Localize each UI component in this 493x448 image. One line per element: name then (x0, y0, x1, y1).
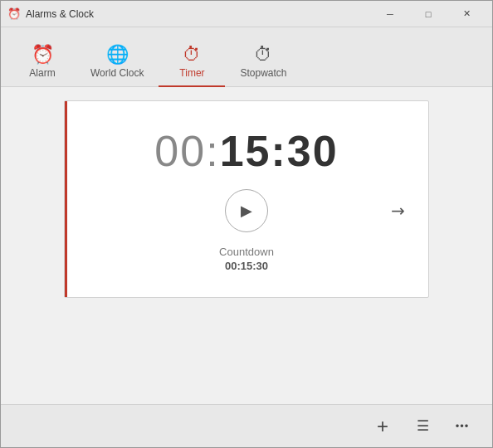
footer: + ☰ ••• (1, 404, 492, 447)
worldclock-icon: 🌐 (106, 46, 129, 64)
nav-tabs: ⏰ Alarm 🌐 World Clock ⏱ Timer ⏱ Stopwatc… (1, 27, 492, 87)
timer-minutes-seconds: 15:30 (220, 126, 339, 176)
app-icon: ⏰ (7, 7, 21, 21)
left-accent (65, 101, 67, 297)
timer-icon: ⏱ (183, 46, 201, 64)
maximize-button[interactable]: □ (409, 1, 447, 27)
timer-display: 00 : 15:30 (154, 126, 338, 176)
tab-alarm[interactable]: ⏰ Alarm (9, 39, 76, 87)
add-button[interactable]: + (366, 410, 399, 443)
titlebar: ⏰ Alarms & Clock ─ □ ✕ (1, 1, 492, 27)
tab-worldclock-label: World Clock (90, 67, 144, 79)
tab-stopwatch-label: Stopwatch (240, 67, 286, 79)
tab-timer[interactable]: ⏱ Timer (159, 39, 225, 87)
window-title: Alarms & Clock (26, 8, 94, 20)
timer-separator: : (206, 126, 219, 176)
timer-hours: 00 (154, 126, 206, 176)
titlebar-left: ⏰ Alarms & Clock (7, 7, 94, 21)
tab-timer-label: Timer (179, 67, 204, 79)
timer-controls: ▶ ↗ (81, 189, 412, 232)
countdown-label: Countdown 00:15:30 (219, 246, 274, 272)
minimize-button[interactable]: ─ (371, 1, 409, 27)
tab-stopwatch[interactable]: ⏱ Stopwatch (225, 39, 301, 87)
app-window: ⏰ Alarms & Clock ─ □ ✕ ⏰ Alarm 🌐 World C… (0, 0, 493, 448)
countdown-title: Countdown (219, 246, 274, 258)
list-button[interactable]: ☰ (406, 410, 439, 443)
stopwatch-icon: ⏱ (254, 46, 272, 64)
tab-worldclock[interactable]: 🌐 World Clock (76, 39, 159, 87)
alarm-icon: ⏰ (32, 46, 54, 64)
countdown-time: 00:15:30 (225, 260, 268, 272)
close-button[interactable]: ✕ (447, 1, 486, 27)
expand-button[interactable]: ↗ (386, 199, 410, 223)
tab-alarm-label: Alarm (29, 67, 55, 79)
list-icon: ☰ (417, 417, 429, 435)
titlebar-controls: ─ □ ✕ (371, 1, 486, 27)
main-content: 00 : 15:30 ▶ ↗ Countdown 00:15:30 (1, 87, 492, 404)
more-button[interactable]: ••• (446, 410, 479, 443)
play-button[interactable]: ▶ (225, 189, 268, 232)
timer-card: 00 : 15:30 ▶ ↗ Countdown 00:15:30 (64, 100, 429, 298)
more-icon: ••• (456, 420, 470, 432)
